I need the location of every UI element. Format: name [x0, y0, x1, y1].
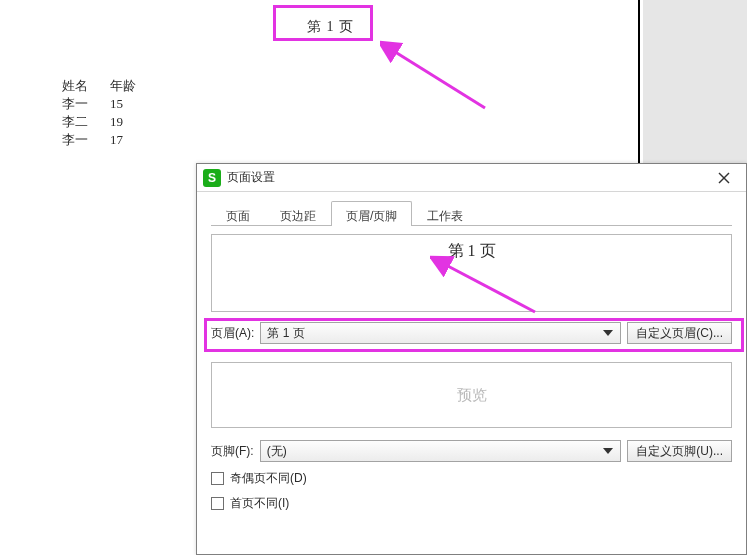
dialog-title: 页面设置 [227, 169, 708, 186]
footer-combo-value: (无) [267, 443, 287, 460]
app-icon: S [203, 169, 221, 187]
table-row: 李一 15 [62, 96, 146, 114]
mid-preview-label: 预览 [457, 386, 487, 405]
header-preview-text: 第 1 页 [448, 241, 496, 311]
checkbox-icon [211, 497, 224, 510]
header-controls-row: 页眉(A): 第 1 页 自定义页眉(C)... [211, 322, 732, 344]
header-label: 页眉(A): [211, 325, 254, 342]
footer-label: 页脚(F): [211, 443, 254, 460]
table-row: 李一 17 [62, 132, 146, 150]
custom-header-button[interactable]: 自定义页眉(C)... [627, 322, 732, 344]
sheet-table: 姓名 年龄 李一 15 李二 19 李一 17 [62, 78, 146, 150]
table-row: 李二 19 [62, 114, 146, 132]
header-combo-value: 第 1 页 [267, 325, 304, 342]
page-header-text: 第 1 页 [307, 18, 354, 36]
tab-margins[interactable]: 页边距 [265, 201, 331, 226]
table-header-row: 姓名 年龄 [62, 78, 146, 96]
chevron-down-icon [600, 325, 616, 341]
tab-header-footer[interactable]: 页眉/页脚 [331, 201, 412, 226]
header-combo[interactable]: 第 1 页 [260, 322, 621, 344]
tab-sheet[interactable]: 工作表 [412, 201, 478, 226]
check-first-page-label: 首页不同(I) [230, 495, 289, 512]
page-setup-dialog: S 页面设置 页面 页边距 页眉/页脚 工作表 第 1 页 页眉(A): 第 1… [196, 163, 747, 555]
mid-preview-box: 预览 [211, 362, 732, 428]
dialog-titlebar[interactable]: S 页面设置 [197, 164, 746, 192]
checkbox-icon [211, 472, 224, 485]
col-header-name: 姓名 [62, 78, 98, 96]
check-first-page-different[interactable]: 首页不同(I) [211, 495, 732, 512]
close-icon [718, 172, 730, 184]
close-button[interactable] [708, 167, 740, 189]
dialog-body: 页面 页边距 页眉/页脚 工作表 第 1 页 页眉(A): 第 1 页 自定义页… [197, 192, 746, 554]
header-preview-box: 第 1 页 [211, 234, 732, 312]
chevron-down-icon [600, 443, 616, 459]
custom-footer-button[interactable]: 自定义页脚(U)... [627, 440, 732, 462]
footer-combo[interactable]: (无) [260, 440, 622, 462]
page-preview-area: 第 1 页 姓名 年龄 李一 15 李二 19 李一 17 [20, 0, 640, 180]
tab-page[interactable]: 页面 [211, 201, 265, 226]
check-odd-even-label: 奇偶页不同(D) [230, 470, 307, 487]
footer-controls-row: 页脚(F): (无) 自定义页脚(U)... [211, 440, 732, 462]
check-odd-even-different[interactable]: 奇偶页不同(D) [211, 470, 732, 487]
col-header-age: 年龄 [98, 78, 146, 96]
tab-strip: 页面 页边距 页眉/页脚 工作表 [211, 200, 732, 226]
